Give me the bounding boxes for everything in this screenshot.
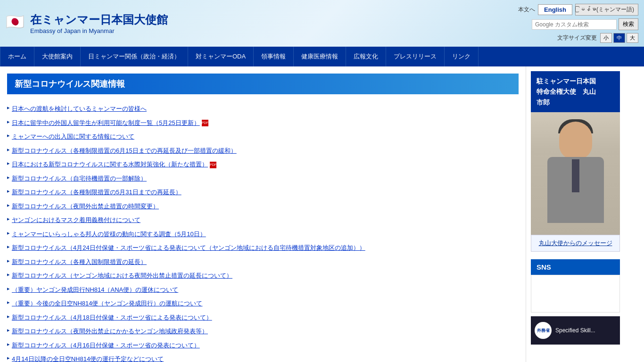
sns-content [531, 275, 620, 313]
section-title: 新型コロナウイルス関連情報 [7, 74, 519, 94]
font-size-large-button[interactable]: 大 [627, 33, 638, 43]
pdf-icon: PDF [202, 120, 208, 126]
news-link[interactable]: 日本に留学中の外国人留学生が利用可能な制度一覧（5月25日更新）PDF [12, 118, 208, 128]
news-link[interactable]: 新型コロナウイルス（各種制限措置の6月15日までの再延長及び一部措置の緩和） [12, 146, 237, 156]
news-link[interactable]: 新型コロナウイルス（4月16日付保健・スポーツ省の発表について） [12, 341, 200, 350]
site-title: 在ミャンマー日本国大使館 Embassy of Japan in Myanmar [30, 12, 168, 34]
header-right: 本文へ English မြန်မာ(ミャンマー語) 検索 文字サイズ変更 小 … [518, 4, 638, 43]
myanmar-language-button[interactable]: မြန်မာ(ミャンマー語) [575, 4, 638, 16]
banner-text: Specified Skill... [555, 327, 595, 334]
nav-item[interactable]: 領事情報 [254, 47, 294, 66]
news-list-item: 4月14日以降の全日空NH814便の運行予定などについて [7, 352, 519, 362]
news-list-item: ヤンゴンにおけるマスク着用義務付けについて [7, 213, 519, 227]
font-size-bar: 文字サイズ変更 小 中 大 [557, 33, 638, 43]
news-list-item: 新型コロナウイルス（各種制限措置の5月31日までの再延長） [7, 185, 519, 199]
news-link[interactable]: 新型コロナウイルス（4月24日付保健・スポーツ省による発表について（ヤンゴン地域… [12, 243, 365, 253]
font-size-label: 文字サイズ変更 [557, 34, 597, 42]
news-list: 日本への渡航を検討しているミャンマーの皆様へ日本に留学中の外国人留学生が利用可能… [7, 102, 519, 362]
sidebar: 駐ミャンマー日本国特命全権大使 丸山市郎 丸山大使からのメッセージ SNS 外務… [526, 66, 625, 362]
news-link[interactable]: ミャンマーへの出入国に関する情報について [12, 132, 134, 141]
news-list-item: （重要）今後の全日空NH814便（ヤンゴン発成田行）の運航について [7, 296, 519, 311]
nav-item[interactable]: 対ミャンマーODA [188, 47, 254, 66]
header-left: 🇯🇵 在ミャンマー日本国大使館 Embassy of Japan in Myan… [6, 12, 168, 34]
news-link[interactable]: 新型コロナウイルス（各種制限措置の5月31日までの再延長） [12, 188, 182, 197]
ambassador-photo [531, 112, 620, 235]
search-button[interactable]: 検索 [619, 18, 638, 30]
page-header: 🇯🇵 在ミャンマー日本国大使館 Embassy of Japan in Myan… [0, 0, 644, 47]
news-link[interactable]: （重要）ヤンゴン発成田行NH814（ANA便）の運休について [12, 285, 178, 295]
news-list-item: 新型コロナウイルス（自宅待機措置の一部解除） [7, 172, 519, 186]
news-link[interactable]: 新型コロナウイルス（各種入国制限措置の延長） [12, 257, 147, 267]
specified-skill-banner[interactable]: 外務省 Specified Skill... [531, 316, 620, 345]
news-link[interactable]: 新型コロナウイルス（自宅待機措置の一部解除） [12, 174, 147, 183]
news-link[interactable]: 新型コロナウイルス（4月18日付保健・スポーツ省による発表について） [12, 313, 212, 322]
nav-item[interactable]: リンク [445, 47, 479, 66]
news-list-item: ミャンマーへの出入国に関する情報について [7, 130, 519, 144]
english-language-button[interactable]: English [538, 4, 572, 15]
news-list-item: 日本に留学中の外国人留学生が利用可能な制度一覧（5月25日更新）PDF [7, 116, 519, 130]
news-list-item: ミャンマーにいらっしゃる邦人の皆様の動向に関する調査（5月10日） [7, 227, 519, 241]
japan-flag: 🇯🇵 [6, 14, 25, 33]
nav-item[interactable]: プレスリリース [386, 47, 445, 66]
nav-item[interactable]: 日ミャンマー関係（政治・経済） [81, 47, 188, 66]
news-list-item: 新型コロナウイルス（4月18日付保健・スポーツ省による発表について） [7, 311, 519, 325]
news-link[interactable]: 新型コロナウイルス（夜間外出禁止措置の時間変更） [12, 202, 159, 211]
news-list-item: 日本における新型コロナウイルスに関する水際対策強化（新たな措置）PDF [7, 157, 519, 172]
news-link[interactable]: （重要）今後の全日空NH814便（ヤンゴン発成田行）の運航について [12, 299, 202, 308]
ambassador-title: 駐ミャンマー日本国特命全権大使 丸山市郎 [531, 71, 620, 112]
news-list-item: 新型コロナウイルス（夜間外出禁止にかかるヤンゴン地域政府発表等） [7, 324, 519, 338]
news-list-item: 日本への渡航を検討しているミャンマーの皆様へ [7, 102, 519, 116]
news-link[interactable]: ヤンゴンにおけるマスク着用義務付けについて [12, 215, 140, 225]
nav-item[interactable]: 大使館案内 [34, 47, 81, 66]
news-link[interactable]: 新型コロナウイルス（ヤンゴン地域における夜間外出禁止措置の延長について） [12, 271, 232, 280]
news-link[interactable]: ミャンマーにいらっしゃる邦人の皆様の動向に関する調査（5月10日） [12, 230, 206, 239]
search-bar: 検索 [532, 18, 638, 30]
news-list-item: 新型コロナウイルス（各種制限措置の6月15日までの再延長及び一部措置の緩和） [7, 144, 519, 158]
news-link[interactable]: 新型コロナウイルス（夜間外出禁止にかかるヤンゴン地域政府発表等） [12, 327, 208, 336]
language-bar: 本文へ English မြန်မာ(ミャンマー語) [518, 4, 638, 16]
ambassador-message-link[interactable]: 丸山大使からのメッセージ [531, 235, 620, 252]
pdf-icon: PDF [210, 162, 216, 168]
search-input[interactable] [532, 19, 617, 30]
font-size-medium-button[interactable]: 中 [613, 33, 625, 43]
mofa-logo-icon: 外務省 [535, 322, 552, 339]
news-link[interactable]: 日本への渡航を検討しているミャンマーの皆様へ [12, 104, 147, 114]
nav-item[interactable]: 健康医療情報 [294, 47, 346, 66]
news-list-item: 新型コロナウイルス（4月24日付保健・スポーツ省による発表について（ヤンゴン地域… [7, 241, 519, 255]
news-list-item: 新型コロナウイルス（ヤンゴン地域における夜間外出禁止措置の延長について） [7, 269, 519, 283]
main-layout: 新型コロナウイルス関連情報 日本への渡航を検討しているミャンマーの皆様へ日本に留… [0, 66, 644, 362]
site-title-japanese: 在ミャンマー日本国大使館 [30, 12, 168, 27]
news-list-item: 新型コロナウイルス（4月16日付保健・スポーツ省の発表について） [7, 338, 519, 353]
news-link[interactable]: 日本における新型コロナウイルスに関する水際対策強化（新たな措置）PDF [12, 160, 216, 169]
font-size-small-button[interactable]: 小 [600, 33, 612, 43]
nav-item[interactable]: 広報文化 [346, 47, 386, 66]
main-navigation: ホーム大使館案内日ミャンマー関係（政治・経済）対ミャンマーODA領事情報健康医療… [0, 47, 644, 66]
news-list-item: （重要）ヤンゴン発成田行NH814（ANA便）の運休について [7, 283, 519, 297]
news-link[interactable]: 4月14日以降の全日空NH814便の運行予定などについて [12, 354, 164, 362]
content-area: 新型コロナウイルス関連情報 日本への渡航を検討しているミャンマーの皆様へ日本に留… [0, 66, 526, 362]
lang-japanese-label: 本文へ [518, 6, 535, 14]
nav-item[interactable]: ホーム [0, 47, 34, 66]
news-list-item: 新型コロナウイルス（夜間外出禁止措置の時間変更） [7, 199, 519, 214]
site-title-english: Embassy of Japan in Myanmar [30, 27, 168, 34]
news-list-item: 新型コロナウイルス（各種入国制限措置の延長） [7, 255, 519, 269]
sns-section-title: SNS [531, 259, 620, 275]
